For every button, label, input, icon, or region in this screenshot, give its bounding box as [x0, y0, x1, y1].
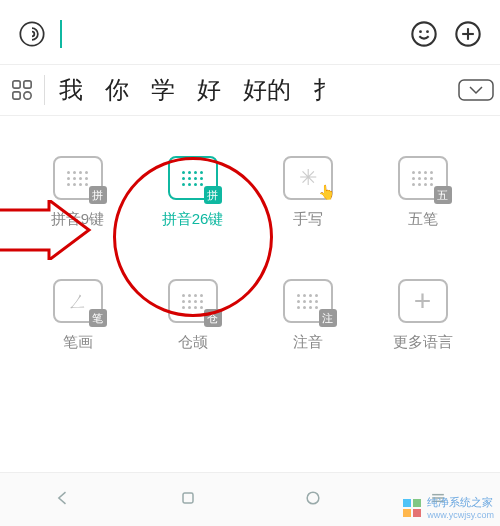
candidate-2[interactable]: 学	[151, 74, 175, 106]
text-input[interactable]	[60, 18, 396, 50]
layout-label: 五笔	[408, 210, 438, 229]
svg-point-10	[24, 92, 31, 99]
watermark: 纯净系统之家 www.ycwjsy.com	[403, 495, 494, 520]
watermark-url: www.ycwjsy.com	[427, 510, 494, 520]
nav-recent-icon[interactable]	[303, 488, 323, 512]
nav-home-icon[interactable]	[178, 488, 198, 512]
candidate-5[interactable]: 扌	[313, 74, 337, 106]
layout-label: 仓颉	[178, 333, 208, 352]
svg-rect-13	[183, 493, 193, 503]
layout-label: 拼音9键	[51, 210, 104, 229]
svg-rect-7	[13, 81, 20, 88]
candidate-4[interactable]: 好的	[243, 74, 291, 106]
badge: 笔	[89, 309, 107, 327]
layout-更多语言[interactable]: +更多语言	[373, 279, 473, 352]
candidate-0[interactable]: 我	[59, 74, 83, 106]
layout-拼音9键[interactable]: 拼拼音9键	[28, 156, 128, 229]
voice-icon[interactable]	[16, 18, 48, 50]
svg-point-1	[412, 22, 435, 45]
svg-point-2	[419, 30, 422, 33]
badge: 注	[319, 309, 337, 327]
svg-point-0	[20, 22, 43, 45]
add-icon[interactable]	[452, 18, 484, 50]
layout-label: 手写	[293, 210, 323, 229]
candidate-1[interactable]: 你	[105, 74, 129, 106]
layout-label: 更多语言	[393, 333, 453, 352]
layout-label: 注音	[293, 333, 323, 352]
toolbox-icon[interactable]	[0, 79, 44, 101]
layout-拼音26键[interactable]: 拼拼音26键	[143, 156, 243, 229]
candidate-list: 我你学好好的扌	[45, 74, 452, 106]
collapse-button[interactable]	[452, 79, 500, 101]
badge: 拼	[89, 186, 107, 204]
layout-手写[interactable]: ✳👆手写	[258, 156, 358, 229]
nav-back-icon[interactable]	[53, 488, 73, 512]
layout-label: 笔画	[63, 333, 93, 352]
layout-笔画[interactable]: ㄥ笔笔画	[28, 279, 128, 352]
svg-point-3	[426, 30, 429, 33]
badge: 仓	[204, 309, 222, 327]
emoji-icon[interactable]	[408, 18, 440, 50]
layout-注音[interactable]: 注注音	[258, 279, 358, 352]
layout-仓颉[interactable]: 仓仓颉	[143, 279, 243, 352]
svg-rect-9	[13, 92, 20, 99]
svg-point-14	[307, 492, 319, 504]
svg-rect-11	[459, 80, 493, 100]
watermark-site: 纯净系统之家	[427, 495, 494, 510]
candidate-3[interactable]: 好	[197, 74, 221, 106]
layout-row-2: ㄥ笔笔画仓仓颉注注音+更多语言	[20, 279, 480, 352]
badge: 五	[434, 186, 452, 204]
layout-row-1: 拼拼音9键拼拼音26键✳👆手写五五笔	[20, 156, 480, 229]
badge: 拼	[204, 186, 222, 204]
layout-label: 拼音26键	[162, 210, 224, 229]
layout-五笔[interactable]: 五五笔	[373, 156, 473, 229]
svg-rect-8	[24, 81, 31, 88]
